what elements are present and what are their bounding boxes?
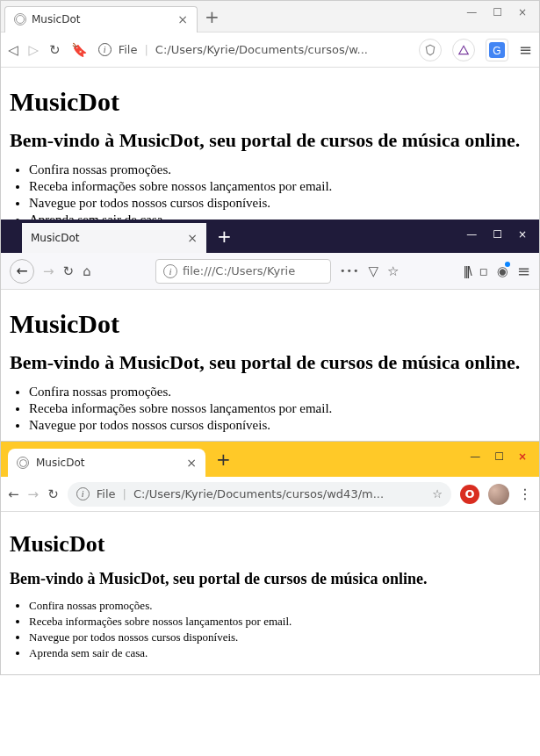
bullet-list: Confira nossas promoções. Receba informa… xyxy=(29,385,530,433)
reload-button[interactable]: ↻ xyxy=(47,486,59,502)
page-content: MusicDot Bem-vindo à MusicDot, seu porta… xyxy=(1,290,539,447)
url-separator: | xyxy=(123,487,126,500)
tab-title: MusicDot xyxy=(32,13,172,25)
address-bar[interactable]: i File | C:/Users/Kyrie/Documents/cursos… xyxy=(68,482,451,507)
site-info-icon[interactable]: i xyxy=(76,487,90,500)
close-window-icon[interactable]: × xyxy=(518,228,527,241)
browser-tab[interactable]: MusicDot × xyxy=(8,449,205,477)
window-controls: — ☐ × xyxy=(461,442,536,472)
extension-triangle-icon[interactable] xyxy=(452,39,475,61)
new-tab-button[interactable]: + xyxy=(205,449,241,470)
globe-icon xyxy=(17,457,29,469)
address-bar[interactable]: i File | C:/Users/Kyrie/Documents/cursos… xyxy=(98,43,408,56)
window-controls: — ☐ × xyxy=(457,1,536,24)
browser-tab[interactable]: MusicDot × xyxy=(22,223,206,253)
reload-button[interactable]: ↻ xyxy=(63,263,75,279)
page-heading: MusicDot xyxy=(10,87,530,117)
back-button[interactable]: ◁ xyxy=(8,42,18,58)
close-window-icon[interactable]: × xyxy=(518,450,527,463)
list-item: Receba informações sobre nossos lançamen… xyxy=(29,179,530,194)
maximize-icon[interactable]: ☐ xyxy=(494,450,504,463)
page-actions-icon[interactable]: ••• xyxy=(340,265,359,277)
site-info-icon[interactable]: i xyxy=(163,264,177,278)
site-info-icon[interactable]: i xyxy=(98,43,112,56)
tab-strip: MusicDot × + — ☐ × xyxy=(1,442,539,477)
new-tab-button[interactable]: + xyxy=(206,226,242,247)
url-scheme: File xyxy=(119,43,138,56)
url-scheme: File xyxy=(97,487,116,500)
tab-title: MusicDot xyxy=(36,457,179,469)
address-bar[interactable]: i file:///C:/Users/Kyrie xyxy=(155,259,331,284)
page-heading: MusicDot xyxy=(10,309,530,339)
tab-strip: MusicDot × + — ☐ × xyxy=(1,1,539,32)
opera-icon[interactable]: O xyxy=(460,485,479,504)
toolbar: ← → ↻ ⌂ i file:///C:/Users/Kyrie ••• ▽ ☆… xyxy=(1,253,539,290)
url-separator: | xyxy=(144,43,148,56)
list-item: Confira nossas promoções. xyxy=(29,599,530,613)
toolbar-right: |||\ ▫ ◉ ≡ xyxy=(464,262,530,280)
close-tab-icon[interactable]: × xyxy=(186,456,197,470)
forward-button[interactable]: ▷ xyxy=(29,42,40,58)
back-button[interactable]: ← xyxy=(8,486,19,502)
translate-icon[interactable]: G xyxy=(486,39,508,61)
menu-button[interactable]: ≡ xyxy=(517,262,530,280)
pocket-shield-icon[interactable]: ▽ xyxy=(368,263,378,279)
list-item: Navegue por todos nossos cursos disponív… xyxy=(29,630,530,644)
bookmark-star-icon[interactable]: ☆ xyxy=(432,487,443,500)
library-icon[interactable]: |||\ xyxy=(464,263,471,278)
menu-button[interactable]: ⋮ xyxy=(518,486,532,502)
bookmark-star-icon[interactable]: ☆ xyxy=(387,263,399,279)
page-subheading: Bem-vindo à MusicDot, seu portal de curs… xyxy=(10,129,530,152)
list-item: Confira nossas promoções. xyxy=(29,162,530,177)
maximize-icon[interactable]: ☐ xyxy=(493,6,502,18)
page-content: MusicDot Bem-vindo à MusicDot, seu porta… xyxy=(1,68,539,241)
list-item: Receba informações sobre nossos lançamen… xyxy=(29,401,530,416)
url-path: C:/Users/Kyrie/Documents/cursos/wd43/m..… xyxy=(133,487,384,500)
page-subheading: Bem-vindo à MusicDot, seu portal de curs… xyxy=(10,351,530,374)
toolbar: ← → ↻ i File | C:/Users/Kyrie/Documents/… xyxy=(1,477,539,512)
tab-strip: MusicDot × + — ☐ × xyxy=(1,220,539,253)
window-controls: — ☐ × xyxy=(457,220,536,249)
tab-title: MusicDot xyxy=(31,232,180,244)
minimize-icon[interactable]: — xyxy=(466,6,477,18)
list-item: Aprenda sem sair de casa. xyxy=(29,646,530,660)
url-path: C:/Users/Kyrie/Documents/cursos/w... xyxy=(155,43,368,56)
url-path: file:///C:/Users/Kyrie xyxy=(183,264,323,277)
minimize-icon[interactable]: — xyxy=(466,228,477,241)
menu-button[interactable]: ≡ xyxy=(519,40,532,59)
close-window-icon[interactable]: × xyxy=(518,6,527,18)
account-icon[interactable]: ◉ xyxy=(497,263,508,279)
list-item: Navegue por todos nossos cursos disponív… xyxy=(29,196,530,211)
globe-icon xyxy=(14,13,26,25)
forward-button[interactable]: → xyxy=(28,486,40,502)
back-button[interactable]: ← xyxy=(10,259,34,284)
page-subheading: Bem-vindo à MusicDot, seu portal de curs… xyxy=(10,570,530,588)
forward-button[interactable]: → xyxy=(43,263,54,279)
bullet-list: Confira nossas promoções. Receba informa… xyxy=(29,599,530,660)
svg-text:G: G xyxy=(493,45,500,57)
toolbar: ◁ ▷ ↻ 🔖 i File | C:/Users/Kyrie/Document… xyxy=(1,32,539,68)
list-item: Navegue por todos nossos cursos disponív… xyxy=(29,418,530,433)
list-item: Receba informações sobre nossos lançamen… xyxy=(29,615,530,629)
brave-shield-icon[interactable] xyxy=(419,39,442,61)
bookmark-button[interactable]: 🔖 xyxy=(71,42,88,58)
page-heading: MusicDot xyxy=(10,531,530,558)
new-tab-button[interactable]: + xyxy=(198,6,227,27)
close-tab-icon[interactable]: × xyxy=(187,231,198,245)
page-content: MusicDot Bem-vindo à MusicDot, seu porta… xyxy=(1,512,539,674)
close-tab-icon[interactable]: × xyxy=(177,12,188,26)
bullet-list: Confira nossas promoções. Receba informa… xyxy=(29,162,530,227)
browser-window-3: MusicDot × + — ☐ × ← → ↻ i File | C:/Use… xyxy=(0,441,540,675)
browser-window-2: MusicDot × + — ☐ × ← → ↻ ⌂ i file:///C:/… xyxy=(0,220,540,448)
sidebar-icon[interactable]: ▫ xyxy=(479,263,488,279)
browser-tab[interactable]: MusicDot × xyxy=(4,6,198,32)
reload-button[interactable]: ↻ xyxy=(49,42,61,58)
home-button[interactable]: ⌂ xyxy=(83,263,91,279)
list-item: Confira nossas promoções. xyxy=(29,385,530,400)
maximize-icon[interactable]: ☐ xyxy=(493,228,502,241)
browser-window-1: MusicDot × + — ☐ × ◁ ▷ ↻ 🔖 i File | C:/U… xyxy=(0,0,540,242)
minimize-icon[interactable]: — xyxy=(470,450,480,463)
profile-avatar[interactable] xyxy=(488,484,509,505)
